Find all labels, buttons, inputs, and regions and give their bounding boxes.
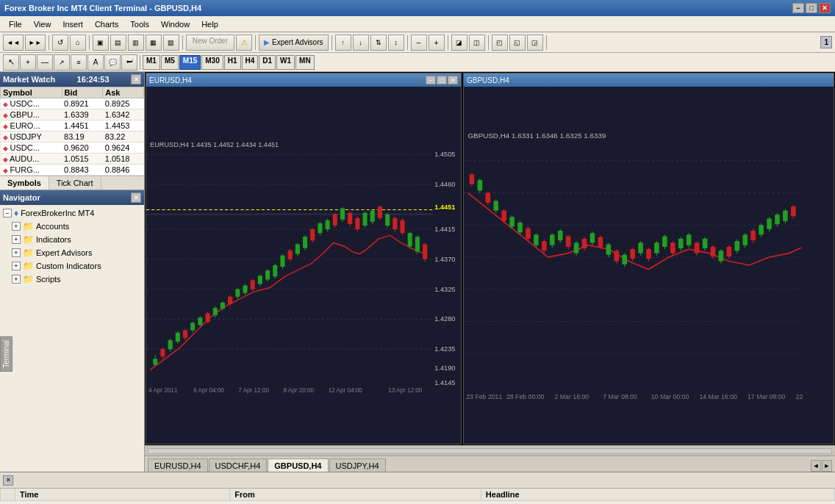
crosshair-tool[interactable]: +	[20, 54, 36, 71]
menu-help[interactable]: Help	[196, 18, 224, 30]
toolbar-btn11[interactable]: ◱	[509, 35, 526, 51]
nav-expand-experts[interactable]: +	[12, 248, 21, 257]
mw-row[interactable]: ◆ GBPU... 1.6339 1.6342	[1, 109, 144, 120]
menu-file[interactable]: File	[3, 18, 28, 30]
market-watch-close[interactable]: ✕	[131, 74, 141, 84]
toolbar-chart-btn2[interactable]: ↓	[353, 35, 369, 51]
chart-eurusd-minimize[interactable]: −	[426, 76, 436, 84]
textbox-tool[interactable]: 💬	[104, 54, 121, 71]
eurusd-price-2: 1.4460	[434, 181, 455, 188]
menu-tools[interactable]: Tools	[124, 18, 155, 30]
toolbar-zoom-in-button[interactable]: +	[429, 35, 445, 51]
nav-expand-scripts[interactable]: +	[12, 275, 21, 284]
mw-row[interactable]: ◆ FURG... 0.8843 0.8846	[1, 165, 144, 176]
text-tool[interactable]: A	[87, 54, 104, 71]
navigator-close[interactable]: ✕	[131, 192, 141, 203]
mw-cell-bid: 83.19	[62, 132, 103, 143]
nav-expand-accounts[interactable]: +	[12, 222, 21, 231]
period-h4[interactable]: H4	[242, 55, 259, 70]
news-row[interactable]: ✉ 2011.01.01 12:00 Noble Services Ltd. W…	[1, 501, 835, 505]
period-m5[interactable]: M5	[161, 55, 179, 70]
toolbar-back-button[interactable]: ◄◄	[3, 35, 24, 51]
chart-eurusd-titlebar: EURUSD,H4 − □ ✕	[146, 73, 461, 87]
toolbar-btn12[interactable]: ◲	[527, 35, 543, 51]
cursor-tool[interactable]: ↖	[3, 54, 19, 71]
period-m30[interactable]: M30	[201, 55, 223, 70]
menu-window[interactable]: Window	[155, 18, 196, 30]
menu-charts[interactable]: Charts	[89, 18, 124, 30]
svg-rect-81	[415, 237, 420, 251]
mw-row[interactable]: ◆ USDC... 0.8921 0.8925	[1, 98, 144, 109]
period-d1[interactable]: D1	[259, 55, 276, 70]
arrow-tool[interactable]: ⮨	[121, 54, 137, 71]
toolbar-btn4[interactable]: ▤	[110, 35, 126, 51]
toolbar-chart-btn3[interactable]: ⇅	[370, 35, 387, 51]
toolbar-chart-btn4[interactable]: ↕	[388, 35, 404, 51]
nav-expand-custom[interactable]: +	[12, 262, 21, 270]
terminal-side-tab[interactable]: Terminal	[0, 336, 12, 372]
tab-tick-chart[interactable]: Tick Chart	[49, 176, 101, 190]
toolbar-chart-btn1[interactable]: ↑	[335, 35, 351, 51]
svg-rect-67	[363, 213, 368, 226]
chart-tab-usdchf[interactable]: USDCHF,H4	[209, 458, 268, 472]
svg-rect-77	[400, 220, 404, 233]
scrollbar-track[interactable]	[148, 448, 832, 454]
nav-item-indicators[interactable]: + 📁 Indicators	[0, 233, 144, 246]
toolbar-btn3[interactable]: ▣	[93, 35, 109, 51]
nav-indicators-label: Indicators	[36, 235, 71, 244]
toolbar-btn7[interactable]: ▧	[163, 35, 179, 51]
mw-row[interactable]: ◆ EURO... 1.4451 1.4453	[1, 120, 144, 132]
toolbar-btn10[interactable]: ◰	[492, 35, 508, 51]
line-tool[interactable]: —	[37, 54, 53, 71]
toolbar-alert-button[interactable]: ⚠	[236, 35, 252, 51]
menu-view[interactable]: View	[28, 18, 57, 30]
nav-item-experts[interactable]: + 📁 Expert Advisors	[0, 246, 144, 259]
expert-advisors-button[interactable]: ▶ Expert Advisors	[259, 35, 328, 51]
trendline-tool[interactable]: ↗	[54, 54, 70, 71]
chart-tab-eurusd[interactable]: EURUSD,H4	[148, 458, 208, 472]
nav-root[interactable]: − ♦ ForexBrokerInc MT4	[0, 206, 144, 220]
toolbar-btn5[interactable]: ▥	[128, 35, 144, 51]
nav-item-custom-indicators[interactable]: + 📁 Custom Indicators	[0, 259, 144, 273]
eurusd-x2: 6 Apr 04:00	[193, 387, 224, 394]
toolbar-zoom-out-button[interactable]: −	[411, 35, 427, 51]
toolbar-home-button[interactable]: ⌂	[70, 35, 86, 51]
period-mn[interactable]: MN	[295, 55, 315, 70]
toolbar-btn9[interactable]: ◫	[469, 35, 485, 51]
chart-tab-gbpusd[interactable]: GBPUSD,H4	[268, 458, 328, 472]
main-area: Market Watch 16:24:53 ✕ Symbol Bid Ask ◆…	[0, 72, 835, 472]
left-panel: Market Watch 16:24:53 ✕ Symbol Bid Ask ◆…	[0, 72, 145, 472]
period-m1[interactable]: M1	[143, 55, 160, 70]
nav-expand-root[interactable]: −	[3, 209, 12, 217]
mw-row[interactable]: ◆ USDJPY 83.19 83.22	[1, 132, 144, 143]
svg-rect-51	[303, 237, 307, 248]
bottom-panel-close[interactable]: ✕	[3, 475, 13, 486]
close-button[interactable]: ✕	[819, 3, 831, 13]
svg-rect-83	[423, 244, 427, 259]
maximize-button[interactable]: □	[806, 3, 817, 13]
toolbar-btn8[interactable]: ◪	[451, 35, 467, 51]
tab-symbols[interactable]: Symbols	[0, 176, 49, 190]
fib-tool[interactable]: ≡	[71, 54, 87, 71]
nav-expand-indicators[interactable]: +	[12, 235, 21, 244]
menu-insert[interactable]: Insert	[57, 18, 89, 30]
toolbar-btn6[interactable]: ▦	[146, 35, 162, 51]
chart-tab-usdjpy[interactable]: USDJPY,H4	[329, 458, 386, 472]
chart-tab-next[interactable]: ►	[822, 460, 832, 472]
mw-row[interactable]: ◆ USDC... 0.9620 0.9624	[1, 143, 144, 154]
eurusd-price-7: 1.4235	[434, 345, 455, 353]
toolbar-forward-button[interactable]: ►►	[25, 35, 46, 51]
period-h1[interactable]: H1	[224, 55, 241, 70]
nav-item-scripts[interactable]: + 📁 Scripts	[0, 273, 144, 286]
new-order-button[interactable]: New Order	[186, 35, 234, 51]
mw-row[interactable]: ◆ AUDU... 1.0515 1.0518	[1, 154, 144, 165]
nav-item-accounts[interactable]: + 📁 Accounts	[0, 220, 144, 233]
chart-tab-prev[interactable]: ◄	[811, 460, 821, 472]
toolbar-separator1	[49, 35, 49, 50]
toolbar-refresh-button[interactable]: ↺	[52, 35, 68, 51]
period-m15[interactable]: M15	[179, 55, 201, 70]
minimize-button[interactable]: −	[792, 3, 804, 13]
period-w1[interactable]: W1	[276, 55, 295, 70]
chart-eurusd-close[interactable]: ✕	[448, 76, 458, 84]
chart-eurusd-maximize[interactable]: □	[437, 76, 447, 84]
